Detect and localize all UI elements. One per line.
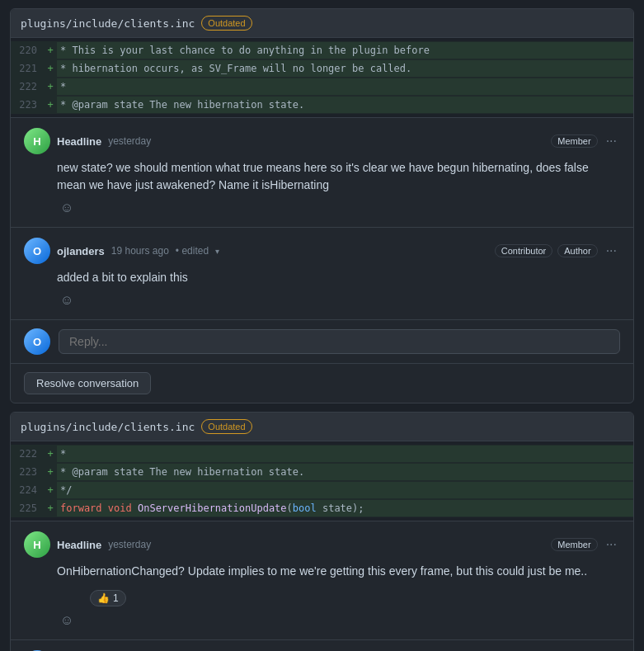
code-block: 222 + * 223 + * @param state The new hib…	[11, 441, 633, 521]
code-line: 225 + forward void OnServerHibernationUp…	[11, 499, 633, 517]
avatar: O	[24, 238, 50, 264]
comment: O ojlanders 19 hours ago • edited ▾ Cont…	[11, 227, 633, 319]
resolve-button[interactable]: Resolve conversation	[24, 372, 151, 394]
comment-thread: H Headline yesterday Member ··· OnHibern…	[11, 521, 633, 651]
comment-header: H Headline yesterday Member ···	[24, 128, 620, 154]
edited-dropdown[interactable]: ▾	[215, 247, 219, 256]
outdated-badge: Outdated	[201, 16, 251, 31]
role-badge: Author	[557, 244, 597, 257]
comment-time: yesterday	[108, 135, 151, 147]
avatar: H	[24, 531, 50, 558]
comment-author: Headline	[57, 135, 101, 148]
conversation-block: plugins/include/clients.inc Outdated 220…	[10, 8, 634, 403]
code-block: 220 + * This is your last chance to do a…	[11, 38, 633, 117]
code-line: 223 + * @param state The new hibernation…	[11, 96, 633, 114]
comment-body: new state? we should mention what true m…	[57, 159, 620, 194]
code-line: 224 + */	[11, 481, 633, 499]
add-reaction-button[interactable]: ☺	[57, 611, 77, 630]
comment-time: yesterday	[108, 539, 151, 550]
add-reaction-button[interactable]: ☺	[57, 199, 77, 217]
file-header: plugins/include/clients.inc Outdated	[11, 9, 633, 38]
role-badge: Contributor	[495, 244, 552, 257]
comment-body: OnHibernationChanged? Update implies to …	[57, 563, 620, 580]
comment: H Headline yesterday Member ··· OnHibern…	[11, 521, 633, 639]
avatar: H	[24, 128, 50, 154]
reply-input[interactable]	[59, 329, 620, 354]
comment-body: added a bit to explain this	[57, 269, 620, 286]
reaction-button[interactable]: 👍 1	[90, 590, 126, 606]
code-line: 220 + * This is your last chance to do a…	[11, 41, 633, 59]
comment-author: ojlanders	[57, 245, 105, 257]
code-line: 221 + * hibernation occurs, as SV_Frame …	[11, 59, 633, 78]
add-reaction-button[interactable]: ☺	[57, 291, 77, 309]
outdated-badge: Outdated	[201, 419, 251, 434]
conversation-block: plugins/include/clients.inc Outdated 222…	[10, 412, 634, 651]
edited-label: • edited	[176, 245, 209, 257]
resolve-area: Resolve conversation	[11, 363, 633, 403]
more-options-button[interactable]: ···	[603, 133, 620, 149]
file-header: plugins/include/clients.inc Outdated	[11, 413, 633, 441]
comment-time: 19 hours ago	[111, 245, 169, 257]
more-options-button[interactable]: ···	[603, 536, 620, 553]
comment: H Headline yesterday Member ··· new stat…	[11, 117, 633, 227]
comment-header: H Headline yesterday Member ···	[24, 531, 620, 558]
current-user-avatar: O	[24, 328, 50, 355]
role-badge: Member	[551, 134, 597, 148]
comment-thread: H Headline yesterday Member ··· new stat…	[11, 117, 633, 403]
comment-header: O ojlanders 19 hours ago • edited ▾ Cont…	[24, 238, 620, 264]
comment-author: Headline	[57, 539, 101, 551]
more-options-button[interactable]: ···	[603, 243, 620, 259]
comment: O ojlanders 19 hours ago ContributorAuth…	[11, 639, 633, 651]
code-line: 222 + *	[11, 78, 633, 96]
file-path: plugins/include/clients.inc	[21, 421, 195, 433]
reply-area: O	[11, 319, 633, 363]
code-line: 222 + *	[11, 445, 633, 463]
role-badge: Member	[551, 538, 597, 551]
file-path: plugins/include/clients.inc	[21, 17, 195, 30]
code-line: 223 + * @param state The new hibernation…	[11, 463, 633, 481]
